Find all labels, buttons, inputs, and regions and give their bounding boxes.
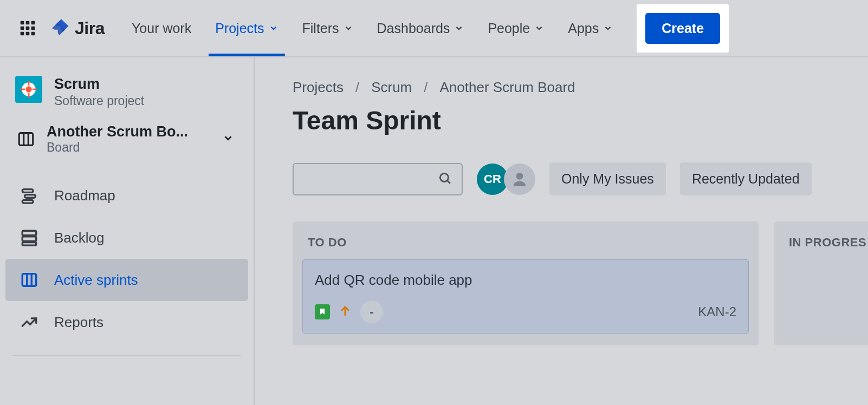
svg-rect-21 bbox=[22, 231, 36, 236]
svg-rect-12 bbox=[28, 93, 30, 98]
nav-items: Your work Projects Filters Dashboards Pe… bbox=[120, 0, 625, 56]
project-header[interactable]: Scrum Software project bbox=[0, 76, 254, 123]
project-icon bbox=[15, 76, 42, 103]
column-title: IN PROGRES bbox=[783, 233, 868, 259]
sidebar-item-label: Reports bbox=[54, 314, 103, 331]
jira-logo-text: Jira bbox=[75, 18, 105, 38]
project-name: Scrum bbox=[54, 76, 144, 93]
issue-meta: - KAN-2 bbox=[315, 301, 736, 323]
chevron-down-icon bbox=[603, 21, 613, 36]
sidebar-nav: Roadmap Backlog Active sprints Reports bbox=[0, 174, 254, 343]
svg-rect-11 bbox=[28, 81, 30, 86]
board-columns: TO DO Add QR code mobile app - bbox=[293, 221, 868, 345]
filter-recently-updated[interactable]: Recently Updated bbox=[680, 162, 812, 195]
create-highlight: Create bbox=[637, 4, 729, 53]
sidebar-item-roadmap[interactable]: Roadmap bbox=[5, 174, 248, 217]
svg-rect-20 bbox=[22, 200, 33, 204]
search-icon bbox=[438, 171, 452, 187]
svg-rect-4 bbox=[26, 27, 30, 30]
sidebar-item-reports[interactable]: Reports bbox=[5, 301, 248, 343]
breadcrumb-projects[interactable]: Projects bbox=[293, 79, 344, 96]
chevron-down-icon bbox=[534, 21, 544, 36]
svg-rect-6 bbox=[21, 32, 24, 36]
column-title: TO DO bbox=[302, 233, 749, 259]
page-title: Team Sprint bbox=[293, 106, 868, 135]
sprints-icon bbox=[18, 271, 40, 289]
nav-item-label: Your work bbox=[132, 21, 191, 36]
svg-rect-3 bbox=[21, 27, 24, 30]
sidebar: Scrum Software project Another Scrum Bo.… bbox=[0, 57, 255, 405]
nav-apps[interactable]: Apps bbox=[556, 0, 625, 56]
svg-point-10 bbox=[25, 86, 31, 92]
svg-rect-14 bbox=[33, 89, 37, 90]
svg-point-27 bbox=[440, 173, 448, 181]
column-todo: TO DO Add QR code mobile app - bbox=[293, 221, 759, 345]
chevron-down-icon bbox=[454, 21, 464, 36]
create-button[interactable]: Create bbox=[645, 13, 720, 44]
app-switcher-icon[interactable] bbox=[16, 17, 39, 40]
top-nav: Jira Your work Projects Filters Dashboar… bbox=[0, 0, 868, 57]
board-toolbar: CR Only My Issues Recently Updated bbox=[293, 162, 868, 195]
avatar-unassigned[interactable] bbox=[504, 164, 535, 195]
svg-rect-13 bbox=[20, 89, 25, 90]
nav-item-label: Projects bbox=[215, 21, 264, 36]
breadcrumb-separator: / bbox=[424, 79, 427, 96]
svg-point-29 bbox=[516, 172, 523, 179]
nav-item-label: Apps bbox=[568, 21, 599, 36]
nav-filters[interactable]: Filters bbox=[290, 0, 365, 56]
breadcrumb-board[interactable]: Another Scrum Board bbox=[440, 79, 575, 96]
nav-item-label: People bbox=[488, 21, 530, 36]
filter-only-my-issues[interactable]: Only My Issues bbox=[549, 162, 666, 195]
svg-line-28 bbox=[447, 180, 450, 183]
priority-up-icon bbox=[339, 304, 352, 319]
roadmap-icon bbox=[18, 186, 40, 205]
nav-dashboards[interactable]: Dashboards bbox=[365, 0, 476, 56]
svg-rect-22 bbox=[22, 237, 36, 241]
nav-item-label: Filters bbox=[302, 21, 339, 36]
sidebar-divider bbox=[13, 355, 241, 356]
svg-rect-19 bbox=[25, 195, 36, 198]
issue-title: Add QR code mobile app bbox=[315, 272, 736, 289]
chevron-down-icon bbox=[269, 21, 278, 36]
sidebar-item-backlog[interactable]: Backlog bbox=[5, 217, 248, 259]
sidebar-item-label: Active sprints bbox=[54, 272, 138, 289]
svg-rect-2 bbox=[31, 21, 35, 25]
backlog-icon bbox=[18, 228, 40, 247]
svg-rect-18 bbox=[22, 190, 33, 193]
breadcrumb-project[interactable]: Scrum bbox=[371, 79, 412, 96]
svg-rect-7 bbox=[26, 32, 30, 36]
breadcrumb-separator: / bbox=[355, 79, 359, 96]
jira-logo[interactable]: Jira bbox=[52, 18, 105, 38]
board-sub: Board bbox=[47, 140, 212, 155]
story-icon bbox=[315, 304, 330, 319]
issue-key: KAN-2 bbox=[698, 304, 736, 319]
main-content: Projects / Scrum / Another Scrum Board T… bbox=[255, 57, 868, 405]
jira-logo-icon bbox=[52, 18, 70, 38]
nav-people[interactable]: People bbox=[476, 0, 556, 56]
board-icon bbox=[15, 130, 37, 148]
assignee-empty[interactable]: - bbox=[360, 301, 383, 323]
chevron-down-icon bbox=[344, 21, 353, 36]
assignee-avatars: CR bbox=[477, 164, 535, 195]
sidebar-item-label: Backlog bbox=[54, 230, 105, 246]
nav-item-label: Dashboards bbox=[377, 21, 450, 36]
svg-rect-24 bbox=[22, 274, 36, 286]
nav-your-work[interactable]: Your work bbox=[120, 0, 203, 56]
board-selector[interactable]: Another Scrum Bo... Board bbox=[0, 123, 254, 159]
svg-rect-1 bbox=[26, 21, 30, 25]
search-input[interactable] bbox=[293, 163, 463, 195]
sidebar-item-label: Roadmap bbox=[54, 187, 115, 204]
chevron-down-icon bbox=[222, 132, 234, 146]
breadcrumb: Projects / Scrum / Another Scrum Board bbox=[293, 79, 868, 96]
board-name: Another Scrum Bo... bbox=[47, 123, 212, 140]
svg-rect-23 bbox=[22, 243, 36, 246]
svg-rect-15 bbox=[19, 133, 33, 146]
sidebar-item-active-sprints[interactable]: Active sprints bbox=[5, 259, 248, 301]
issue-card[interactable]: Add QR code mobile app - KAN-2 bbox=[302, 259, 749, 334]
nav-projects[interactable]: Projects bbox=[203, 0, 290, 56]
reports-icon bbox=[18, 313, 40, 331]
svg-rect-8 bbox=[31, 32, 35, 36]
column-in-progress: IN PROGRES bbox=[774, 221, 868, 345]
svg-rect-5 bbox=[31, 27, 35, 30]
project-type: Software project bbox=[54, 94, 144, 108]
